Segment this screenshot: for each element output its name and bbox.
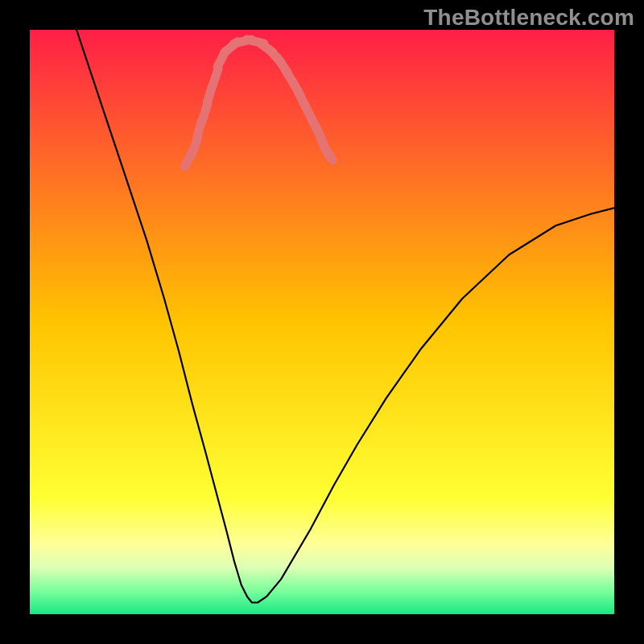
watermark-text: TheBottleneck.com [423,5,634,31]
plot-area [30,30,614,614]
chart-svg [30,30,614,614]
chart-frame: TheBottleneck.com [0,0,644,644]
svg-rect-0 [30,30,614,614]
